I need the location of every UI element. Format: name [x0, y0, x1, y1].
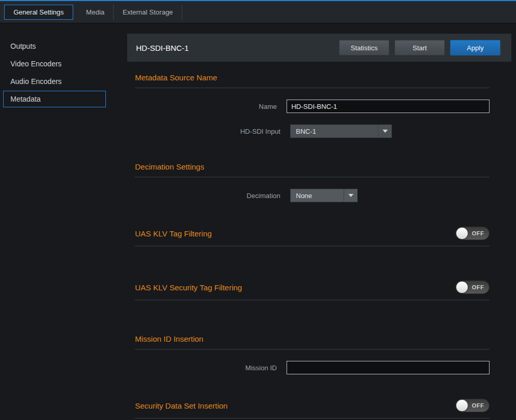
start-button[interactable]: Start	[395, 40, 445, 55]
sidebar-item-video-encoders[interactable]: Video Encoders	[0, 55, 127, 73]
toggle-state-label: OFF	[472, 284, 484, 290]
statistics-button[interactable]: Statistics	[339, 40, 389, 55]
chevron-down-icon	[378, 125, 391, 137]
page-title: HD-SDI-BNC-1	[136, 44, 189, 52]
section-decimation-settings: Decimation Settings	[135, 162, 490, 177]
mission-id-row: Mission ID	[135, 361, 490, 374]
section-uas-klv-security-tag-filtering: UAS KLV Security Tag Filtering OFF	[135, 281, 490, 300]
hd-sdi-input-select[interactable]: BNC-1	[290, 124, 392, 138]
section-heading: UAS KLV Tag Filtering	[135, 229, 212, 238]
toggle-knob	[456, 228, 468, 239]
sidebar: Outputs Video Encoders Audio Encoders Me…	[0, 24, 127, 108]
name-input[interactable]	[287, 100, 490, 113]
hd-sdi-input-selected-value: BNC-1	[291, 128, 378, 135]
apply-button[interactable]: Apply	[450, 40, 500, 55]
header-buttons: Statistics Start Apply	[339, 40, 500, 55]
name-label: Name	[135, 103, 287, 110]
chevron-down-icon	[344, 189, 357, 202]
section-uas-klv-tag-filtering: UAS KLV Tag Filtering OFF	[135, 227, 490, 246]
security-data-set-insertion-toggle[interactable]: OFF	[455, 399, 490, 412]
uas-klv-security-tag-filtering-toggle[interactable]: OFF	[455, 281, 490, 294]
section-mission-id-insertion: Mission ID Insertion	[135, 334, 490, 349]
toggle-state-label: OFF	[472, 230, 484, 236]
section-heading: Mission ID Insertion	[135, 334, 203, 343]
section-heading: Metadata Source Name	[135, 73, 217, 82]
decimation-select[interactable]: None	[290, 189, 358, 202]
section-heading: Decimation Settings	[135, 162, 204, 171]
hd-sdi-input-label: HD-SDI Input	[135, 128, 290, 135]
section-heading: Security Data Set Insertion	[135, 401, 227, 410]
mission-id-label: Mission ID	[135, 364, 287, 372]
top-tab-bar: General Settings Media External Storage	[0, 0, 516, 23]
sidebar-item-outputs[interactable]: Outputs	[0, 37, 127, 55]
settings-content: Metadata Source Name Name HD-SDI Input B…	[135, 73, 490, 418]
decimation-selected-value: None	[291, 192, 344, 200]
sidebar-item-audio-encoders[interactable]: Audio Encoders	[0, 73, 127, 90]
toggle-knob	[456, 400, 468, 411]
section-metadata-source-name: Metadata Source Name	[135, 73, 490, 88]
tab-external-storage[interactable]: External Storage	[114, 5, 182, 20]
sidebar-item-metadata[interactable]: Metadata	[3, 91, 106, 107]
tab-media[interactable]: Media	[77, 5, 114, 20]
tab-general-settings[interactable]: General Settings	[4, 5, 73, 20]
mission-id-input[interactable]	[287, 361, 490, 374]
name-row: Name	[135, 100, 490, 113]
section-security-data-set-insertion: Security Data Set Insertion OFF	[135, 399, 490, 418]
toggle-knob	[456, 282, 468, 293]
uas-klv-tag-filtering-toggle[interactable]: OFF	[455, 227, 490, 240]
hd-sdi-input-row: HD-SDI Input BNC-1	[135, 124, 490, 138]
section-heading: UAS KLV Security Tag Filtering	[135, 283, 242, 292]
decimation-label: Decimation	[135, 192, 290, 200]
toggle-state-label: OFF	[472, 402, 484, 409]
panel-header: HD-SDI-BNC-1 Statistics Start Apply	[127, 34, 511, 62]
main-panel: HD-SDI-BNC-1 Statistics Start Apply Meta…	[127, 24, 516, 418]
decimation-row: Decimation None	[135, 189, 490, 202]
